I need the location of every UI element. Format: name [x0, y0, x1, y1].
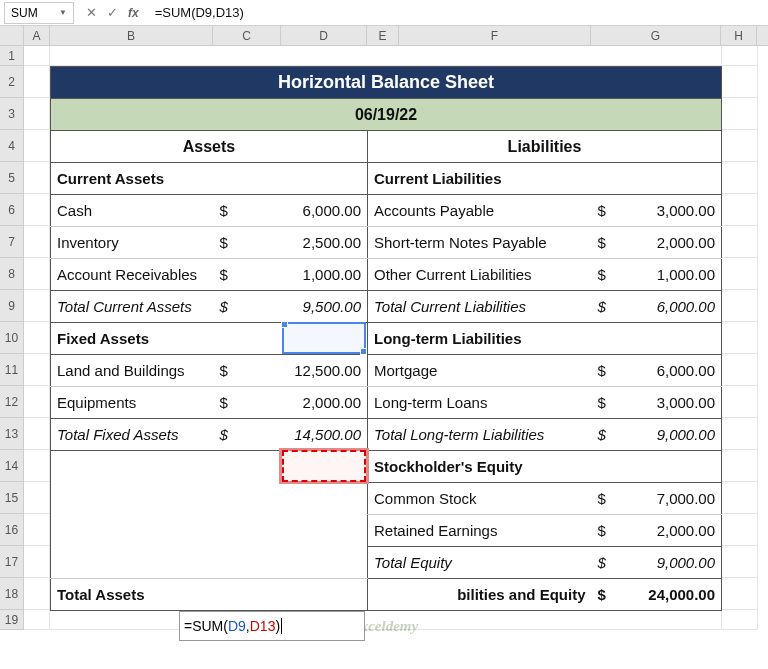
ocl-label[interactable]: Other Current Liabilities [368, 259, 592, 291]
ar-label[interactable]: Account Receivables [51, 259, 214, 291]
row-header-2[interactable]: 2 [0, 66, 24, 98]
mortgage-val[interactable]: $6,000.00 [592, 355, 722, 387]
name-box-dropdown-icon[interactable]: ▼ [59, 8, 67, 17]
balance-sheet-table: Horizontal Balance Sheet 06/19/22 Assets… [50, 66, 722, 611]
liabilities-header[interactable]: Liabilities [368, 131, 722, 163]
row-header-11[interactable]: 11 [0, 354, 24, 386]
formula-ref-d13: D13 [250, 618, 276, 634]
cash-val[interactable]: 6,000.00 [282, 195, 368, 227]
stnp-val[interactable]: $2,000.00 [592, 227, 722, 259]
sheet-title[interactable]: Horizontal Balance Sheet [51, 67, 722, 99]
row-header-7[interactable]: 7 [0, 226, 24, 258]
confirm-icon[interactable]: ✓ [107, 5, 118, 20]
land-cur[interactable]: $ [214, 355, 282, 387]
ap-val[interactable]: $3,000.00 [592, 195, 722, 227]
ar-val[interactable]: 1,000.00 [282, 259, 368, 291]
col-header-D[interactable]: D [281, 26, 367, 45]
ocl-val[interactable]: $1,000.00 [592, 259, 722, 291]
tca-label[interactable]: Total Current Assets [51, 291, 214, 323]
ltloans-val[interactable]: $3,000.00 [592, 387, 722, 419]
retained-label[interactable]: Retained Earnings [368, 515, 592, 547]
commonstock-val[interactable]: $7,000.00 [592, 483, 722, 515]
formula-input[interactable]: =SUM(D9,D13) [147, 5, 768, 20]
inventory-val[interactable]: 2,500.00 [282, 227, 368, 259]
tcl-val[interactable]: $6,000.00 [592, 291, 722, 323]
current-liabilities-header[interactable]: Current Liabilities [368, 163, 722, 195]
row-header-9[interactable]: 9 [0, 290, 24, 322]
inventory-cur[interactable]: $ [214, 227, 282, 259]
name-box-value: SUM [11, 6, 38, 20]
equip-val[interactable]: 2,000.00 [282, 387, 368, 419]
row-header-18[interactable]: 18 [0, 578, 24, 610]
row-header-1[interactable]: 1 [0, 46, 24, 66]
tfa-val[interactable]: 14,500.00 [282, 419, 368, 451]
col-header-C[interactable]: C [213, 26, 281, 45]
text-cursor [281, 618, 282, 634]
row-header-4[interactable]: 4 [0, 130, 24, 162]
fx-icon[interactable]: fx [128, 6, 139, 20]
ar-cur[interactable]: $ [214, 259, 282, 291]
row-header-14[interactable]: 14 [0, 450, 24, 482]
ltloans-label[interactable]: Long-term Loans [368, 387, 592, 419]
col-header-H[interactable]: H [721, 26, 757, 45]
toteq-val[interactable]: $9,000.00 [592, 547, 722, 579]
tltl-label[interactable]: Total Long-term Liabilities [368, 419, 592, 451]
row-header-12[interactable]: 12 [0, 386, 24, 418]
current-assets-header[interactable]: Current Assets [51, 163, 368, 195]
cancel-icon[interactable]: ✕ [86, 5, 97, 20]
col-header-E[interactable]: E [367, 26, 399, 45]
col-header-F[interactable]: F [399, 26, 591, 45]
row-header-3[interactable]: 3 [0, 98, 24, 130]
inline-formula-editor[interactable]: =SUM(D9,D13) [179, 611, 365, 641]
name-box[interactable]: SUM ▼ [4, 2, 74, 24]
row-header-10[interactable]: 10 [0, 322, 24, 354]
select-all-corner[interactable] [0, 26, 24, 45]
sheet-date[interactable]: 06/19/22 [51, 99, 722, 131]
empty-block[interactable] [51, 451, 368, 579]
col-header-A[interactable]: A [24, 26, 50, 45]
tca-cur[interactable]: $ [214, 291, 282, 323]
formula-ref-d9: D9 [228, 618, 246, 634]
formula-bar: SUM ▼ ✕ ✓ fx =SUM(D9,D13) [0, 0, 768, 26]
tfa-label[interactable]: Total Fixed Assets [51, 419, 214, 451]
land-label[interactable]: Land and Buildings [51, 355, 214, 387]
formula-bar-buttons: ✕ ✓ fx [78, 5, 147, 20]
total-assets-editcell[interactable] [214, 579, 368, 611]
assets-header[interactable]: Assets [51, 131, 368, 163]
row-header-8[interactable]: 8 [0, 258, 24, 290]
tltl-val[interactable]: $9,000.00 [592, 419, 722, 451]
inventory-label[interactable]: Inventory [51, 227, 214, 259]
total-liabeq-val[interactable]: $24,000.00 [592, 579, 722, 611]
row-header-6[interactable]: 6 [0, 194, 24, 226]
fixed-assets-header[interactable]: Fixed Assets [51, 323, 368, 355]
row-header-5[interactable]: 5 [0, 162, 24, 194]
tca-val[interactable]: 9,500.00 [282, 291, 368, 323]
row-header-17[interactable]: 17 [0, 546, 24, 578]
equip-label[interactable]: Equipments [51, 387, 214, 419]
equip-cur[interactable]: $ [214, 387, 282, 419]
total-assets-label[interactable]: Total Assets [51, 579, 214, 611]
commonstock-label[interactable]: Common Stock [368, 483, 592, 515]
equity-header[interactable]: Stockholder's Equity [368, 451, 722, 483]
tcl-label[interactable]: Total Current Liabilities [368, 291, 592, 323]
col-header-G[interactable]: G [591, 26, 721, 45]
mortgage-label[interactable]: Mortgage [368, 355, 592, 387]
cash-label[interactable]: Cash [51, 195, 214, 227]
row-header-16[interactable]: 16 [0, 514, 24, 546]
longterm-liab-header[interactable]: Long-term Liabilities [368, 323, 722, 355]
column-headers: A B C D E F G H [0, 26, 768, 46]
col-header-B[interactable]: B [50, 26, 213, 45]
tfa-cur[interactable]: $ [214, 419, 282, 451]
row-header-15[interactable]: 15 [0, 482, 24, 514]
row-header-19[interactable]: 19 [0, 610, 24, 630]
cell-grid[interactable]: Horizontal Balance Sheet 06/19/22 Assets… [24, 46, 768, 630]
formula-suffix: ) [275, 618, 280, 634]
total-liabeq-label[interactable]: bilities and Equity [368, 579, 592, 611]
stnp-label[interactable]: Short-term Notes Payable [368, 227, 592, 259]
toteq-label[interactable]: Total Equity [368, 547, 592, 579]
ap-label[interactable]: Accounts Payable [368, 195, 592, 227]
cash-cur[interactable]: $ [214, 195, 282, 227]
row-header-13[interactable]: 13 [0, 418, 24, 450]
retained-val[interactable]: $2,000.00 [592, 515, 722, 547]
land-val[interactable]: 12,500.00 [282, 355, 368, 387]
